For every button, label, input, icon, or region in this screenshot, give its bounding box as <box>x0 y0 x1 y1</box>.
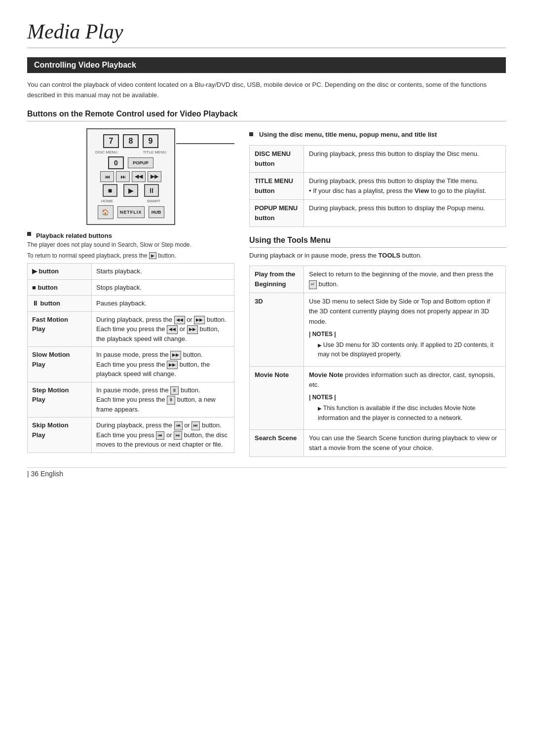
remote-section-title: Buttons on the Remote Control used for V… <box>27 110 506 121</box>
movie-note-key: Movie Note <box>250 366 304 429</box>
disc-menu-label: DISC MENU <box>95 150 117 154</box>
zero-popup-row: 0 POPUP <box>108 156 153 169</box>
table-cell-value: During playback, press the ⏮ or ⏭ button… <box>92 417 234 453</box>
intro-text: You can control the playback of video co… <box>27 80 506 101</box>
table-row: Movie Note Movie Note provides informati… <box>250 366 506 429</box>
btn-hub: HUB <box>149 206 164 218</box>
pause-icon3: ⏸ <box>167 396 175 405</box>
skipfwd-icon2: ⏭ <box>174 431 182 440</box>
playback-table-body: ▶ button Starts playback. ■ button Stops… <box>28 264 234 453</box>
table-row: ■ button Stops playback. <box>28 279 234 296</box>
btn-labels: DISC MENU TITLE MENU <box>94 150 167 154</box>
disc-menu-table: DISC MENUbutton During playback, press t… <box>249 145 506 227</box>
remote-wrapper: 7 8 9 DISC MENU TITLE MENU 0 <box>86 128 175 225</box>
bullet-icon <box>27 232 31 236</box>
tools-section-title: Using the Tools Menu <box>249 236 506 248</box>
fwd-icon2: ▶▶ <box>187 325 198 334</box>
table-cell-key: ▶ button <box>28 264 92 280</box>
table-row: DISC MENUbutton During playback, press t… <box>250 145 506 172</box>
table-cell-key: Fast MotionPlay <box>28 311 92 347</box>
home-smart-row: 🏠 NETFLIX HUB <box>98 205 164 219</box>
table-cell-key: ⏸ button <box>28 296 92 312</box>
btn-fwd: ▶▶ <box>148 171 161 182</box>
table-row: Step MotionPlay In pause mode, press the… <box>28 382 234 417</box>
btn-skipfwd: ⏭ <box>116 171 130 182</box>
footer: | 36 English <box>27 467 506 478</box>
movie-notes: | NOTES | This function is available if … <box>309 393 500 423</box>
rew-icon: ◀◀ <box>174 316 185 325</box>
playback-note2: To return to normal speed playback, pres… <box>27 252 234 260</box>
3d-notes-list: Use 3D menu for 3D contents only. If app… <box>309 340 500 360</box>
3d-value: Use 3D menu to select Side by Side or To… <box>304 293 506 367</box>
section-header: Controlling Video Playback <box>27 57 506 73</box>
table-cell-value: Stops playback. <box>92 279 234 296</box>
right-column: Using the disc menu, title menu, popup m… <box>249 128 506 462</box>
search-scene-value: You can use the Search Scene function du… <box>304 430 506 457</box>
btn-play: ▶ <box>123 184 138 197</box>
page-content: Media Play Controlling Video Playback Yo… <box>0 0 533 491</box>
table-cell-key: Slow MotionPlay <box>28 347 92 382</box>
playback-header-line: Playback related buttons <box>27 232 234 239</box>
main-content: 7 8 9 DISC MENU TITLE MENU 0 <box>27 128 506 462</box>
playback-note2-text: To return to normal speed playback, pres… <box>27 252 147 259</box>
playback-header-label: Playback related buttons <box>36 232 112 239</box>
tools-intro: During playback or in pause mode, press … <box>249 251 506 261</box>
callout-bullet <box>249 132 253 136</box>
movie-notes-header: | NOTES | <box>309 394 336 401</box>
callout-label-area: Using the disc menu, title menu, popup m… <box>249 131 506 138</box>
playback-note1: The player does not play sound in Search… <box>27 241 234 248</box>
table-row: Skip MotionPlay During playback, press t… <box>28 417 234 453</box>
page-title: Media Play <box>27 20 506 48</box>
left-column: 7 8 9 DISC MENU TITLE MENU 0 <box>27 128 234 462</box>
title-menu-label: TITLE MENU <box>143 150 166 154</box>
disc-menu-value: During playback, press this button to di… <box>304 145 506 172</box>
btn-netflix: NETFLIX <box>117 206 145 218</box>
num-row-789: 7 8 9 <box>103 134 158 148</box>
skipfwd-icon: ⏭ <box>191 421 200 430</box>
table-row: ▶ button Starts playback. <box>28 264 234 280</box>
remote-inner: 7 8 9 DISC MENU TITLE MENU 0 <box>94 134 167 219</box>
remote-box: 7 8 9 DISC MENU TITLE MENU 0 <box>86 128 175 225</box>
tools-table-body: Play from the Beginning Select to return… <box>250 265 506 457</box>
table-row: 3D Use 3D menu to select Side by Side or… <box>250 293 506 367</box>
pause-icon2: ⏸ <box>170 386 179 395</box>
transport-row: ⏮ ⏭ ◀◀ ▶▶ <box>100 171 161 182</box>
table-cell-key: Step MotionPlay <box>28 382 92 417</box>
fwd-icon3: ▶▶ <box>170 351 181 360</box>
title-menu-key: TITLE MENUbutton <box>250 172 304 199</box>
play-inline-icon: ▶ <box>149 252 156 259</box>
callout-connector <box>176 143 234 144</box>
table-cell-value: In pause mode, press the ⏸ button.Each t… <box>92 382 234 417</box>
disc-menu-key: DISC MENUbutton <box>250 145 304 172</box>
btn-popup: POPUP <box>128 157 153 168</box>
3d-note-item: Use 3D menu for 3D contents only. If app… <box>318 340 500 360</box>
table-row: Search Scene You can use the Search Scen… <box>250 430 506 457</box>
btn-home: 🏠 <box>98 205 114 219</box>
smart-label: SMART <box>147 199 160 203</box>
movie-note-item: This function is available if the disc i… <box>318 404 500 423</box>
popup-menu-key: POPUP MENUbutton <box>250 200 304 227</box>
tools-bold: TOOLS <box>379 252 401 259</box>
table-cell-key: Skip MotionPlay <box>28 417 92 453</box>
movie-notes-list: This function is available if the disc i… <box>309 404 500 423</box>
table-cell-value: During playback, press the ◀◀ or ▶▶ butt… <box>92 311 234 347</box>
table-row: TITLE MENUbutton During playback, press … <box>250 172 506 199</box>
callout-line <box>176 143 234 144</box>
enter-icon: ↵ <box>309 280 317 289</box>
playback-note2-end: button. <box>158 252 176 259</box>
table-cell-value: Starts playback. <box>92 264 234 280</box>
table-row: ⏸ button Pauses playback. <box>28 296 234 312</box>
btn-0: 0 <box>108 156 124 169</box>
fwd-icon4: ▶▶ <box>167 361 178 370</box>
search-scene-key: Search Scene <box>250 430 304 457</box>
btn-7: 7 <box>103 134 119 148</box>
skipback-icon2: ⏮ <box>156 431 164 440</box>
movie-note-value: Movie Note provides information such as … <box>304 366 506 429</box>
btn-rew: ◀◀ <box>132 171 146 182</box>
table-row: POPUP MENUbutton During playback, press … <box>250 200 506 227</box>
remote-illustration: 7 8 9 DISC MENU TITLE MENU 0 <box>27 128 234 225</box>
table-row: Slow MotionPlay In pause mode, press the… <box>28 347 234 382</box>
home-label: HOME <box>101 199 113 203</box>
playback-section: Playback related buttons The player does… <box>27 232 234 260</box>
3d-key: 3D <box>250 293 304 367</box>
